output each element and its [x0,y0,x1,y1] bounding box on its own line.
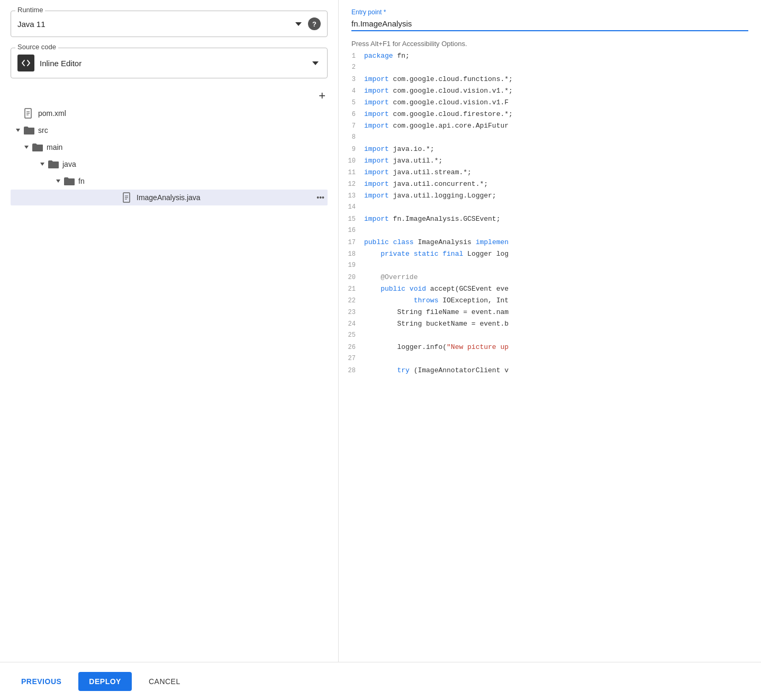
line-content-18: private static final Logger log [364,250,509,258]
chevron-down-icon-fn [53,176,64,186]
svg-marker-1 [312,61,319,65]
runtime-dropdown[interactable]: Java 11 [17,19,304,29]
line-num-8: 8 [339,133,364,141]
code-line-24: 24 String bucketName = event.b [339,320,761,331]
folder-icon-fn [64,176,75,186]
line-num-26: 26 [339,344,364,351]
runtime-dropdown-arrow-icon [293,19,304,29]
tree-item-pom[interactable]: pom.xml [11,105,328,122]
tree-item-fn[interactable]: fn ••• [11,173,328,190]
line-num-18: 18 [339,250,364,258]
code-line-3: 3 import com.google.cloud.functions.*; [339,75,761,87]
code-line-26: 26 logger.info("New picture up [339,343,761,355]
previous-button[interactable]: PREVIOUS [13,673,70,690]
code-line-9: 9 import java.io.*; [339,145,761,157]
tree-item-imageanalysis[interactable]: ImageAnalysis.java ••• [11,190,328,205]
line-num-6: 6 [339,111,364,118]
line-num-7: 7 [339,122,364,130]
cancel-button[interactable]: CANCEL [140,673,189,690]
item-name-pom: pom.xml [38,109,301,118]
imageanalysis-more-button[interactable]: ••• [315,193,325,202]
line-content-28: try (ImageAnnotatorClient v [364,366,509,374]
line-num-24: 24 [339,320,364,328]
line-num-15: 15 [339,216,364,223]
entry-point-input[interactable] [351,17,748,31]
code-line-11: 11 import java.util.stream.*; [339,168,761,180]
code-line-6: 6 import com.google.cloud.firestore.*; [339,110,761,122]
code-line-2: 2 [339,64,761,75]
runtime-value: Java 11 [17,20,46,29]
fn-more-button[interactable]: ••• [315,177,325,185]
code-line-20: 20 @Override [339,273,761,285]
java-more-button[interactable]: ••• [315,160,325,168]
line-content-24: String bucketName = event.b [364,320,509,328]
svg-marker-13 [56,180,60,183]
code-line-16: 16 [339,227,761,238]
line-content-21: public void accept(GCSEvent eve [364,285,509,293]
add-file-button[interactable]: + [316,89,328,103]
code-line-14: 14 [339,203,761,215]
line-content-9: import java.io.*; [364,145,434,153]
accessibility-hint: Press Alt+F1 for Accessibility Options. [339,40,761,48]
code-line-23: 23 String fileName = event.nam [339,308,761,320]
code-line-8: 8 [339,133,761,145]
main-more-button[interactable]: ••• [315,143,325,151]
line-content-7: import com.google.api.core.ApiFutur [364,122,509,130]
line-num-11: 11 [339,169,364,176]
line-content-26: logger.info("New picture up [364,343,509,351]
item-name-main: main [47,143,315,151]
svg-marker-0 [295,22,302,26]
line-num-1: 1 [339,52,364,60]
code-line-5: 5 import com.google.cloud.vision.v1.F [339,98,761,110]
code-line-1: 1 package fn; [339,52,761,64]
line-num-17: 17 [339,239,364,246]
line-content-22: throws IOException, Int [364,297,509,304]
tree-item-main[interactable]: main ••• [11,139,328,156]
src-more-button[interactable]: ••• [315,126,325,134]
code-line-25: 25 [339,331,761,343]
line-content-6: import com.google.cloud.firestore.*; [364,110,513,118]
file-tree: pom.xml src [11,105,328,662]
tree-item-java[interactable]: java ••• [11,156,328,173]
file-tree-header: + [11,89,328,103]
line-content-15: import fn.ImageAnalysis.GCSEvent; [364,215,500,223]
file-icon-imageanalysis [122,193,133,202]
runtime-help-icon[interactable]: ? [308,17,321,30]
item-name-src: src [38,126,315,134]
line-num-19: 19 [339,262,364,269]
entry-point-label: Entry point * [351,8,748,16]
line-content-11: import java.util.stream.*; [364,168,472,176]
svg-marker-10 [16,129,20,132]
line-content-5: import com.google.cloud.vision.v1.F [364,98,509,106]
svg-rect-6 [318,111,323,116]
code-editor[interactable]: 1 package fn; 2 3 import com.google.clou… [339,52,761,662]
svg-marker-12 [40,163,44,166]
line-num-2: 2 [339,64,364,71]
deploy-button[interactable]: DEPLOY [78,672,132,691]
left-panel: Runtime Java 11 ? Source code [0,0,339,662]
svg-marker-11 [24,146,29,149]
source-code-value: Inline Editor [40,59,305,68]
line-num-23: 23 [339,309,364,316]
runtime-legend: Runtime [15,6,45,14]
line-content-17: public class ImageAnalysis implemen [364,238,509,246]
imageanalysis-actions: ••• [315,193,325,202]
folder-icon-src [23,125,35,135]
pom-delete-button[interactable] [315,109,325,119]
code-line-21: 21 public void accept(GCSEvent eve [339,285,761,297]
line-num-12: 12 [339,181,364,188]
chevron-down-icon-main [21,142,32,152]
line-content-3: import com.google.cloud.functions.*; [364,75,513,83]
chevron-down-icon-src [13,125,23,136]
code-line-13: 13 import java.util.logging.Logger; [339,192,761,203]
tree-item-src[interactable]: src ••• [11,122,328,139]
code-line-18: 18 private static final Logger log [339,250,761,262]
line-num-14: 14 [339,203,364,211]
code-line-19: 19 [339,262,761,273]
line-content-23: String fileName = event.nam [364,308,509,316]
code-line-27: 27 [339,355,761,366]
line-num-16: 16 [339,227,364,234]
pom-edit-button[interactable] [301,109,312,119]
line-content-1: package fn; [364,52,410,60]
line-content-13: import java.util.logging.Logger; [364,192,496,200]
